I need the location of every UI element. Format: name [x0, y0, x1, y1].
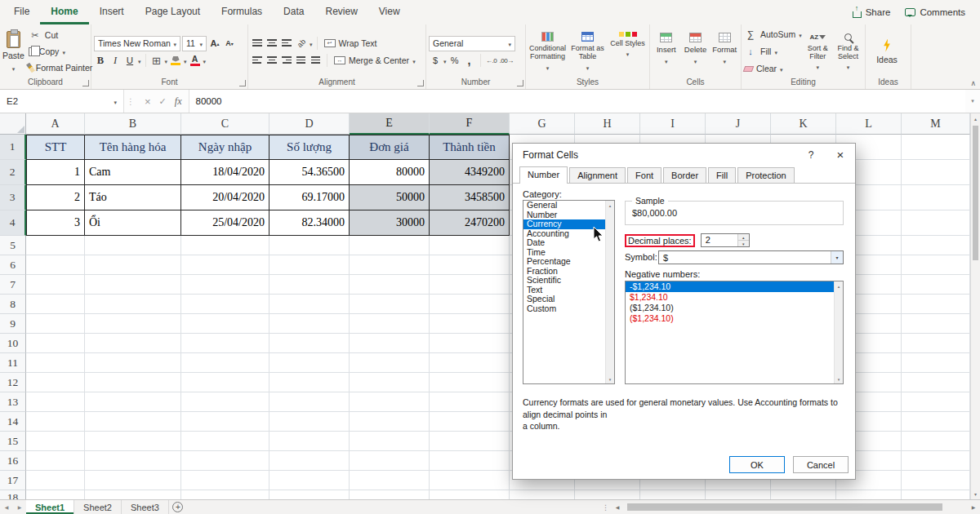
cell-B8[interactable]: [85, 295, 181, 314]
scroll-down-icon[interactable]: [971, 489, 980, 499]
cell-E10[interactable]: [350, 334, 430, 353]
dialog-close-button[interactable]: [826, 144, 855, 166]
cell-F12[interactable]: [430, 373, 510, 392]
dialog-tab-font[interactable]: Font: [627, 167, 662, 183]
sheet-tab-sheet1[interactable]: Sheet1: [26, 500, 74, 514]
cell-C1[interactable]: Ngày nhập: [181, 135, 270, 160]
cell-C4[interactable]: 25/04/2020: [181, 210, 270, 236]
spinner-up-icon[interactable]: [738, 234, 749, 241]
cell-E3[interactable]: 50000: [350, 185, 430, 210]
cell-A16[interactable]: [26, 451, 85, 471]
row-header-5[interactable]: 5: [0, 236, 26, 255]
comma-style-button[interactable]: [463, 54, 476, 68]
cell-D8[interactable]: [270, 295, 350, 314]
cell-M17[interactable]: [902, 471, 970, 490]
negative-scroll-up-icon[interactable]: [835, 281, 843, 290]
cell-D11[interactable]: [270, 353, 350, 373]
cell-A7[interactable]: [26, 275, 85, 295]
cell-D17[interactable]: [270, 471, 350, 490]
italic-button[interactable]: [109, 54, 122, 68]
cell-E13[interactable]: [350, 392, 430, 412]
cell-F18[interactable]: [430, 490, 510, 499]
cell-F17[interactable]: [430, 471, 510, 490]
autosum-button[interactable]: AutoSum: [744, 27, 802, 42]
align-center-button[interactable]: [265, 55, 278, 65]
cell-D13[interactable]: [270, 392, 350, 412]
row-header-18[interactable]: 18: [0, 490, 26, 499]
cell-M3[interactable]: [902, 185, 970, 210]
cell-M10[interactable]: [902, 334, 970, 353]
cell-A8[interactable]: [26, 295, 85, 314]
alignment-dialog-launcher-icon[interactable]: [417, 80, 424, 86]
cell-A2[interactable]: 1: [26, 160, 85, 185]
cell-D15[interactable]: [270, 432, 350, 451]
negative-option-1[interactable]: -$1,234.10: [626, 281, 834, 292]
ribbon-tab-file[interactable]: File: [3, 0, 40, 24]
cell-B2[interactable]: Cam: [85, 160, 181, 185]
category-general[interactable]: General: [523, 201, 605, 210]
cell-A1[interactable]: STT: [26, 135, 85, 160]
cell-M12[interactable]: [902, 373, 970, 392]
collapse-ribbon-icon[interactable]: [970, 79, 976, 87]
cell-D16[interactable]: [270, 451, 350, 471]
cell-A17[interactable]: [26, 471, 85, 490]
ribbon-tab-page-layout[interactable]: Page Layout: [135, 0, 211, 24]
new-sheet-button[interactable]: +: [169, 500, 187, 514]
cell-C5[interactable]: [181, 236, 270, 255]
row-header-10[interactable]: 10: [0, 334, 26, 353]
cell-D3[interactable]: 69.17000: [270, 185, 350, 210]
cell-C12[interactable]: [181, 373, 270, 392]
category-scroll-up-icon[interactable]: [606, 201, 614, 210]
cell-L18[interactable]: [836, 490, 902, 499]
category-percentage[interactable]: Percentage: [523, 257, 605, 267]
cell-D7[interactable]: [270, 275, 350, 295]
cell-D2[interactable]: 54.36500: [270, 160, 350, 185]
cell-E11[interactable]: [350, 353, 430, 373]
align-top-button[interactable]: [251, 38, 264, 48]
cell-M7[interactable]: [902, 275, 970, 295]
row-header-12[interactable]: 12: [0, 373, 26, 392]
increase-font-button[interactable]: [208, 37, 221, 51]
cell-M11[interactable]: [902, 353, 970, 373]
cell-E6[interactable]: [350, 255, 430, 275]
cell-F3[interactable]: 3458500: [430, 185, 510, 210]
negative-option-2[interactable]: $1,234.10: [626, 292, 834, 303]
row-header-11[interactable]: 11: [0, 353, 26, 373]
cell-E15[interactable]: [350, 432, 430, 451]
cell-D10[interactable]: [270, 334, 350, 353]
cell-D1[interactable]: Số lượng: [270, 135, 350, 160]
format-cells-button[interactable]: Format: [710, 28, 738, 75]
ideas-button[interactable]: Ideas: [868, 27, 906, 76]
cut-button[interactable]: Cut: [26, 28, 95, 42]
dialog-titlebar[interactable]: Format Cells: [513, 144, 855, 166]
column-header-G[interactable]: G: [510, 113, 575, 135]
cell-M1[interactable]: [902, 135, 970, 160]
category-currency[interactable]: Currency: [523, 219, 605, 229]
negative-scroll-down-icon[interactable]: [835, 374, 843, 383]
cell-B11[interactable]: [85, 353, 181, 373]
previous-sheet-icon[interactable]: ◀: [0, 500, 13, 514]
row-header-9[interactable]: 9: [0, 314, 26, 334]
font-size-select[interactable]: 11: [182, 36, 207, 51]
column-header-D[interactable]: D: [270, 113, 350, 135]
symbol-dropdown-icon[interactable]: [831, 251, 843, 264]
cell-A12[interactable]: [26, 373, 85, 392]
cell-C8[interactable]: [181, 295, 270, 314]
dialog-tab-protection[interactable]: Protection: [737, 167, 795, 183]
category-date[interactable]: Date: [523, 238, 605, 248]
cell-C16[interactable]: [181, 451, 270, 471]
row-header-8[interactable]: 8: [0, 295, 26, 314]
expand-formula-bar-icon[interactable]: [965, 90, 980, 113]
category-scientific[interactable]: Scientific: [523, 276, 605, 286]
cell-E7[interactable]: [350, 275, 430, 295]
cell-A14[interactable]: [26, 412, 85, 432]
cell-D12[interactable]: [270, 373, 350, 392]
cell-F1[interactable]: Thành tiền: [430, 135, 510, 160]
cell-J18[interactable]: [706, 490, 771, 499]
dialog-tab-fill[interactable]: Fill: [708, 167, 736, 183]
cell-B3[interactable]: Táo: [85, 185, 181, 210]
horizontal-scroll-track[interactable]: [624, 503, 967, 511]
decrease-decimal-button[interactable]: [500, 54, 514, 68]
column-header-M[interactable]: M: [902, 113, 970, 135]
dialog-tab-border[interactable]: Border: [663, 167, 706, 183]
